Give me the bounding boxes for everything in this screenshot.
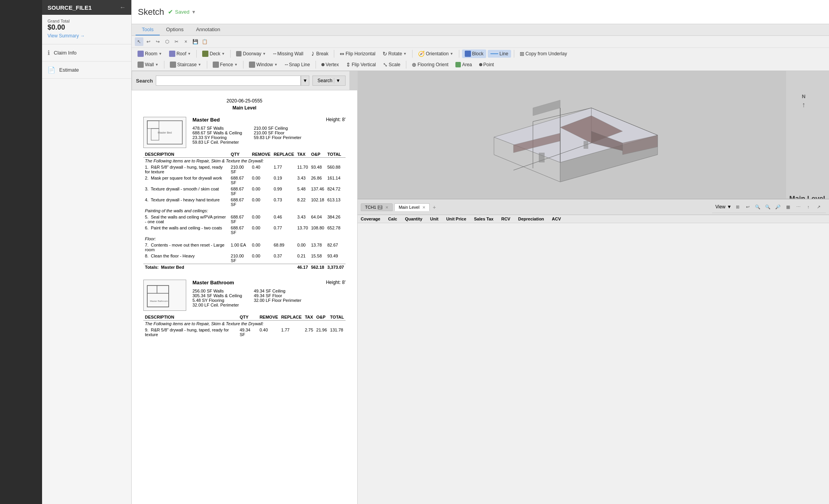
sep6 — [514, 50, 514, 58]
menu-item-estimate[interactable]: 📄 Estimate — [42, 62, 131, 79]
tch1-close-icon[interactable]: ✕ — [385, 205, 388, 210]
orientation-tool[interactable]: 🧭 Orientation ▼ — [415, 49, 456, 58]
shape-icon-btn[interactable]: ⬡ — [163, 37, 171, 46]
flooring-orient-tool[interactable]: ⊕ Flooring Orient — [409, 60, 451, 69]
flip-horizontal-icon: ⇔ — [340, 51, 344, 57]
undo-bottom-btn[interactable]: ↩ — [743, 203, 752, 211]
wall-label: Wall — [145, 62, 154, 67]
grid-icon-btn[interactable]: ⊞ — [733, 203, 742, 211]
break-tool[interactable]: ⤸ Break — [308, 49, 331, 58]
col-unit: Unit — [430, 217, 438, 221]
undo-icon-btn[interactable]: ↩ — [144, 37, 153, 46]
settings-btn[interactable]: ↑ — [804, 203, 813, 211]
window-dropdown-arrow: ▼ — [274, 63, 278, 67]
toolbar: Tools Options Annotation ↖ ↩ ↪ ⬡ ✂ × 💾 📋… — [132, 24, 829, 71]
add-tab-button[interactable]: + — [431, 204, 437, 210]
rotate-tool[interactable]: ↻ Rotate ▼ — [380, 49, 409, 58]
deck-dropdown-arrow: ▼ — [222, 52, 225, 56]
col-description: DESCRIPTION — [143, 151, 229, 158]
view-dropdown-label: View — [715, 204, 725, 210]
cut-icon-btn[interactable]: ✂ — [172, 37, 181, 46]
doorway-label: Doorway — [243, 51, 261, 56]
panel-menu: ℹ Claim Info 📄 Estimate — [42, 44, 131, 79]
orientation-icon: 🧭 — [418, 51, 425, 57]
view-summary-link[interactable]: View Summary → — [48, 32, 126, 40]
roof-dropdown-arrow: ▼ — [187, 52, 191, 56]
search-bottom-btn[interactable]: 🔍 — [753, 203, 762, 211]
scale-tool[interactable]: ⤡ Scale — [380, 60, 403, 69]
main-level-close-icon[interactable]: ✕ — [422, 205, 425, 210]
back-icon[interactable]: ← — [120, 4, 126, 11]
col-op-bath: O&P — [315, 314, 329, 321]
menu-item-claim-info[interactable]: ℹ Claim Info — [42, 44, 131, 62]
flip-vertical-icon: ⇕ — [346, 62, 351, 68]
save-icon-btn[interactable]: 💾 — [191, 37, 199, 46]
sep7 — [164, 61, 164, 69]
sep11 — [406, 61, 406, 69]
clipboard-icon-btn[interactable]: 📋 — [200, 37, 209, 46]
redo-icon-btn[interactable]: ↪ — [153, 37, 162, 46]
roof-tool[interactable]: Roof ▼ — [166, 49, 194, 58]
block-tool[interactable]: Block — [462, 49, 486, 58]
svg-rect-5 — [147, 285, 157, 293]
expand-btn[interactable]: ↗ — [814, 203, 823, 211]
filter-btn[interactable]: ▦ — [784, 203, 792, 211]
topbar-dropdown-arrow[interactable]: ▼ — [191, 9, 196, 15]
room-section-master-bed: Master Bed Master Bed Height: 8' 478.67 … — [143, 117, 346, 270]
more-btn[interactable]: ⋯ — [794, 203, 803, 211]
staircase-tool[interactable]: Staircase ▼ — [167, 60, 204, 69]
flip-vertical-tool[interactable]: ⇕ Flip Vertical — [343, 60, 379, 69]
view-dropdown-arrow[interactable]: ▼ — [727, 204, 732, 210]
doorway-tool[interactable]: Doorway ▼ — [233, 50, 268, 58]
wall-tool[interactable]: Wall ▼ — [135, 60, 161, 69]
tab-options[interactable]: Options — [160, 24, 190, 35]
window-label: Window — [256, 62, 273, 67]
point-tool[interactable]: Point — [476, 61, 497, 69]
line-tool[interactable]: Line — [488, 50, 511, 58]
toolbar-icons-row: ↖ ↩ ↪ ⬡ ✂ × 💾 📋 — [132, 36, 829, 48]
topbar-title: Sketch — [138, 7, 164, 17]
search-section: Search ▼ Search ▼ — [132, 71, 350, 90]
vertex-tool[interactable]: Vertex — [319, 61, 342, 69]
room-stats-col1: 478.67 SF Walls 688.67 SF Walls & Ceilin… — [192, 126, 242, 145]
room-name-master-bed: Master Bed — [192, 117, 220, 123]
search-input[interactable] — [156, 76, 301, 86]
tab-main-level[interactable]: Main Level ✕ — [394, 203, 429, 211]
search-type-dropdown[interactable]: ▼ — [301, 76, 309, 86]
col-coverage: Coverage — [361, 217, 380, 221]
tab-tools[interactable]: Tools — [136, 24, 160, 35]
search-button[interactable]: Search ▼ — [312, 76, 346, 86]
roof-label: Roof — [176, 51, 186, 56]
zoom-in-btn[interactable]: 🔍 — [764, 203, 772, 211]
cursor-icon-btn[interactable]: ↖ — [135, 37, 143, 46]
point-icon — [479, 63, 482, 66]
tab-tch1[interactable]: TCH1 2 ✕ — [361, 203, 393, 211]
copy-underlay-icon: ⊞ — [520, 51, 524, 57]
document-area: 2020-06-25-0555 Main Level Master Bed Ma… — [132, 90, 358, 504]
snap-line-tool[interactable]: ╌ Snap Line — [282, 60, 313, 69]
table-row: 6. Paint the walls and ceiling - two coa… — [143, 225, 346, 236]
staircase-label: Staircase — [177, 62, 197, 67]
zoom-out-btn[interactable]: 🔎 — [774, 203, 782, 211]
room-header-master-bathroom: Master Bathroom Height: 8' — [192, 280, 346, 285]
grand-total-section: Grand Total $0.00 View Summary → — [42, 15, 131, 44]
copy-underlay-tool[interactable]: ⊞ Copy from Underlay — [517, 49, 570, 58]
area-label: Area — [462, 62, 472, 67]
area-tool[interactable]: Area — [453, 61, 474, 69]
claim-info-icon: ℹ — [48, 49, 50, 56]
tab-annotation[interactable]: Annotation — [190, 24, 226, 35]
compass: N ↑ — [798, 93, 810, 117]
room-label: Room — [145, 51, 157, 56]
window-tool[interactable]: Window ▼ — [246, 60, 280, 69]
wall-icon — [138, 62, 144, 68]
missing-wall-tool[interactable]: ╌ Missing Wall — [270, 49, 306, 58]
col-qty-bath: QTY — [238, 314, 258, 321]
flip-horizontal-tool[interactable]: ⇔ Flip Horizontal — [337, 49, 378, 58]
search-button-dropdown[interactable]: ▼ — [334, 78, 340, 83]
table-row: 8. Clean the floor - Heavy 210.00 SF0.00… — [143, 253, 346, 264]
fence-tool[interactable]: Fence ▼ — [210, 60, 240, 69]
bathroom-stats-col2: 49.34 SF Ceiling 49.34 SF Floor 32.00 LF… — [254, 289, 301, 307]
close-icon-btn[interactable]: × — [182, 37, 190, 46]
room-tool[interactable]: Room ▼ — [135, 49, 165, 58]
deck-tool[interactable]: Deck ▼ — [199, 49, 228, 58]
